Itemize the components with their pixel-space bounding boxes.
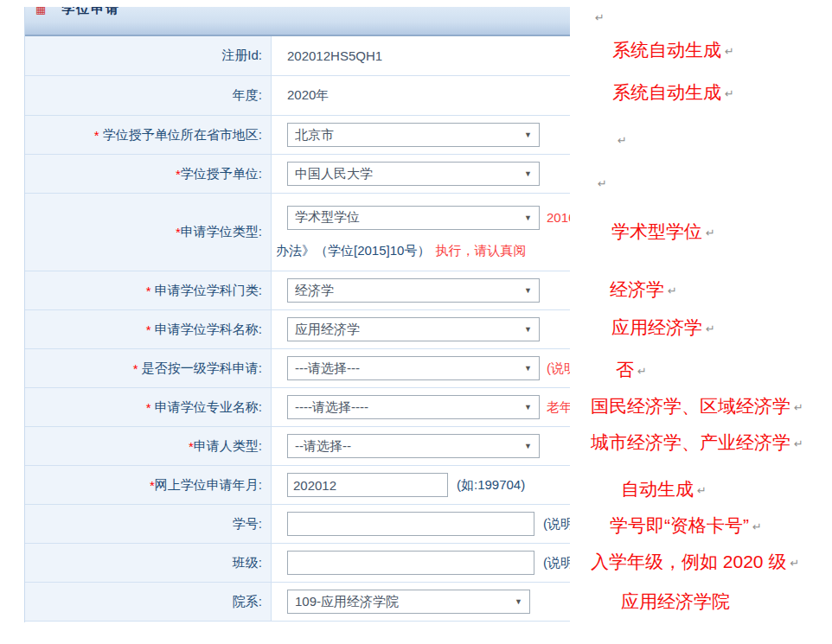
year-label-text: 年度: xyxy=(233,87,262,104)
year-label: 年度: xyxy=(25,76,272,115)
awarding-unit-value-cell: 中国人民大学▼ xyxy=(272,155,570,193)
return-mark-icon: ↵ xyxy=(697,484,707,497)
degree-type-value-cell: 学术型学位▼2016办法》（学位[2015]10号）执行，请认真阅 xyxy=(272,194,570,271)
annotation-text: 学术型学位 xyxy=(611,221,702,241)
annotation-note: 国民经济学、区域经济学↵ xyxy=(591,395,803,419)
major-name-label-text: 申请学位专业名称: xyxy=(155,399,262,416)
apply-year-month-label: *网上学位申请年月: xyxy=(25,466,272,504)
department-label-text: 院系: xyxy=(233,594,262,610)
form-row-class: 班级:(说明: xyxy=(25,544,570,583)
return-mark: ↵ xyxy=(594,171,607,195)
annotation-text: 系统自动生成 xyxy=(612,82,721,102)
student-id-input[interactable] xyxy=(287,512,534,536)
discipline-category-label-text: 申请学位学科门类: xyxy=(155,283,262,299)
return-mark-icon: ↵ xyxy=(595,11,605,24)
reg-id-label: 注册Id: xyxy=(25,36,272,75)
class-input[interactable] xyxy=(287,551,534,575)
discipline-category-label: * 申请学位学科门类: xyxy=(25,271,272,309)
discipline-category-select[interactable]: 经济学▼ xyxy=(287,278,540,303)
chevron-down-icon: ▼ xyxy=(524,442,532,450)
province-value-cell: 北京市▼ xyxy=(272,116,570,154)
year-value-cell: 2020年 xyxy=(272,76,570,115)
return-mark-icon: ↵ xyxy=(752,520,762,533)
apply-year-month-input[interactable] xyxy=(287,473,448,497)
return-mark: ↵ xyxy=(592,5,605,29)
first-level-apply-label-text: 是否按一级学科申请: xyxy=(142,360,262,377)
reg-id-value-cell: 202012HS5QH1 xyxy=(272,36,570,75)
first-level-apply-select-value: ---请选择--- xyxy=(295,360,360,377)
degree-type-notice-red: 执行，请认真阅 xyxy=(435,243,526,258)
applicant-type-select-value: --请选择-- xyxy=(295,438,351,455)
first-level-apply-value-cell: ---请选择---▼(说明 xyxy=(272,349,570,387)
degree-type-select[interactable]: 学术型学位▼ xyxy=(287,206,540,230)
return-mark-icon: ↵ xyxy=(618,134,627,147)
degree-form-table: 注册Id:202012HS5QH1年度:2020年* 学位授予单位所在省市地区:… xyxy=(25,36,570,622)
awarding-unit-select[interactable]: 中国人民大学▼ xyxy=(287,162,540,186)
annotation-text: 系统自动生成 xyxy=(612,40,721,60)
class-label-text: 班级: xyxy=(233,555,262,571)
reg-id-label-text: 注册Id: xyxy=(221,48,262,64)
discipline-category-value-cell: 经济学▼ xyxy=(272,271,570,309)
chevron-down-icon: ▼ xyxy=(524,364,532,373)
class-label: 班级: xyxy=(25,544,272,582)
form-row-applicant-type: *申请人类型:--请选择--▼ xyxy=(25,427,570,466)
chevron-down-icon: ▼ xyxy=(524,286,532,295)
apply-year-month-value-cell: (如:199704) xyxy=(272,466,570,504)
first-level-apply-label: * 是否按一级学科申请: xyxy=(25,349,272,387)
degree-form-panel: ▦ 学位申请 注册Id:202012HS5QH1年度:2020年* 学位授予单位… xyxy=(24,7,570,622)
required-asterisk: * xyxy=(146,322,155,337)
return-mark: ↵ xyxy=(614,128,627,152)
chevron-down-icon: ▼ xyxy=(524,169,532,178)
return-mark-icon: ↵ xyxy=(668,284,677,297)
class-value-cell: (说明: xyxy=(272,544,570,582)
department-label: 院系: xyxy=(25,583,272,621)
student-id-hint: (说明: xyxy=(543,516,570,532)
annotation-note: 入学年级，例如 2020 级↵ xyxy=(591,551,799,575)
degree-type-note-red: 2016 xyxy=(547,210,570,225)
annotation-note: 系统自动生成↵ xyxy=(612,39,734,63)
discipline-name-label-text: 申请学位学科名称: xyxy=(155,322,262,338)
first-level-apply-select[interactable]: ---请选择---▼ xyxy=(287,356,540,380)
apply-year-month-hint: (如:199704) xyxy=(457,477,525,494)
annotation-text: 否 xyxy=(616,360,634,379)
applicant-type-select[interactable]: --请选择--▼ xyxy=(287,434,540,458)
degree-type-label-text: 申请学位类型: xyxy=(181,224,262,240)
major-name-select[interactable]: ----请选择----▼ xyxy=(287,395,540,419)
annotation-text: 学号即“资格卡号” xyxy=(610,515,749,535)
form-row-degree-type: *申请学位类型:学术型学位▼2016办法》（学位[2015]10号）执行，请认真… xyxy=(25,194,570,271)
annotation-note: 系统自动生成↵ xyxy=(612,81,734,105)
form-row-year: 年度:2020年 xyxy=(25,76,570,116)
annotation-note: 自动生成↵ xyxy=(621,478,707,502)
return-mark-icon: ↵ xyxy=(790,557,799,570)
return-mark-icon: ↵ xyxy=(598,177,607,190)
discipline-name-select[interactable]: 应用经济学▼ xyxy=(287,317,540,341)
class-hint: (说明: xyxy=(543,555,570,571)
annotation-text: 入学年级，例如 2020 级 xyxy=(591,552,786,571)
chevron-down-icon: ▼ xyxy=(524,214,532,222)
applicant-type-label: *申请人类型: xyxy=(25,427,272,465)
annotation-note: 学号即“资格卡号”↵ xyxy=(610,514,762,539)
annotation-text: 经济学 xyxy=(610,279,664,299)
form-row-department: 院系:109-应用经济学院▼ xyxy=(25,583,570,622)
form-row-apply-year-month: *网上学位申请年月:(如:199704) xyxy=(25,466,570,505)
grid-icon: ▦ xyxy=(35,7,46,15)
form-row-major-name: * 申请学位专业名称:----请选择----▼老年 xyxy=(25,388,570,427)
major-name-select-value: ----请选择---- xyxy=(295,399,368,416)
discipline-category-select-value: 经济学 xyxy=(295,283,334,299)
apply-year-month-label-text: 网上学位申请年月: xyxy=(155,477,262,494)
form-row-awarding-unit: *学位授予单位:中国人民大学▼ xyxy=(25,155,570,194)
discipline-name-label: * 申请学位学科名称: xyxy=(25,310,272,348)
degree-type-select-value: 学术型学位 xyxy=(295,209,360,226)
annotation-note: 城市经济学、产业经济学↵ xyxy=(591,431,803,456)
form-title: 学位申请 xyxy=(61,7,120,17)
province-select[interactable]: 北京市▼ xyxy=(287,123,540,147)
department-value-cell: 109-应用经济学院▼ xyxy=(272,583,570,621)
annotation-text: 应用经济学 xyxy=(611,317,702,337)
department-select[interactable]: 109-应用经济学院▼ xyxy=(287,590,530,614)
applicant-type-label-text: 申请人类型: xyxy=(194,438,262,455)
reg-id-value: 202012HS5QH1 xyxy=(287,48,382,63)
first-level-apply-note-red: (说明 xyxy=(547,360,570,377)
form-row-student-id: 学号:(说明: xyxy=(25,505,570,544)
annotation-note: 否↵ xyxy=(616,359,647,383)
degree-type-label: *申请学位类型: xyxy=(25,194,272,271)
